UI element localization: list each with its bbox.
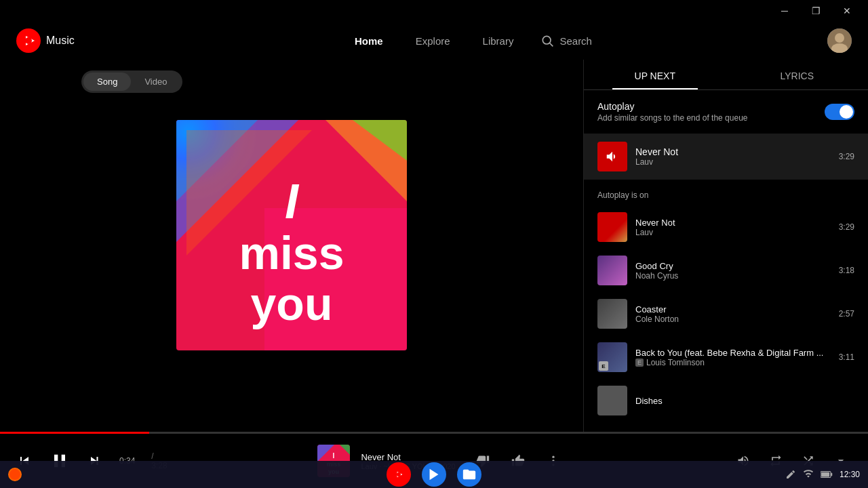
queue-title-2: Good Cry [635,261,831,271]
svg-marker-23 [430,469,439,481]
close-button[interactable]: ✕ [831,0,863,22]
player-panel: Song Video [0,60,583,434]
song-toggle-btn[interactable]: Song [83,73,131,91]
clock: 12:30 [840,470,860,479]
svg-text:I: I [285,174,300,228]
queue-title-5: Dishes [635,396,846,406]
queue-thumb-4-wrap: E [597,342,627,372]
files-taskbar[interactable] [457,462,481,487]
svg-point-2 [25,37,32,44]
nav-home[interactable]: Home [349,33,389,49]
svg-point-22 [397,472,401,476]
logo-area[interactable]: Music [16,28,125,53]
queue-title-3: Coaster [635,304,831,314]
now-playing-artist: Lauv [635,157,831,167]
tabs-header: UP NEXT LYRICS [584,60,868,90]
minimize-button[interactable]: ─ [769,0,800,22]
autoplay-toggle[interactable] [825,104,854,120]
queue-artist-2: Noah Cyrus [635,271,831,281]
queue-info-4: Back to You (feat. Bebe Rexha & Digital … [635,348,831,367]
logo-text: Music [46,35,75,47]
taskbar: 12:30 [0,461,868,488]
battery-icon [821,470,833,479]
header: Music Home Explore Library Search [0,22,868,60]
song-video-toggle: Song Video [81,70,182,93]
avatar[interactable] [827,28,852,53]
tray-dot[interactable] [8,468,22,481]
svg-text:I: I [333,452,335,460]
queue-item[interactable]: Never Not Lauv 3:29 [584,205,868,249]
video-toggle-btn[interactable]: Video [131,73,180,91]
svg-point-3 [543,36,551,44]
queue-info-1: Never Not Lauv [635,218,831,237]
queue-dur-1: 3:29 [839,222,854,232]
queue-dur-3: 2:57 [839,309,854,319]
autoplay-desc: Add similar songs to the end of the queu… [597,113,747,123]
queue-thumb-3 [597,299,627,329]
tray-right: 12:30 [785,469,860,480]
svg-text:you: you [251,278,333,329]
yt-music-taskbar[interactable] [387,462,411,487]
tab-upnext[interactable]: UP NEXT [584,60,726,89]
queue-dur-4: 3:11 [839,352,854,362]
queue-artist-1: Lauv [635,228,831,237]
wifi-icon [803,469,814,480]
queue-artist-4: E Louis Tomlinson [635,358,831,367]
queue-item[interactable]: Coaster Cole Norton 2:57 [584,292,868,336]
pen-icon [785,469,796,480]
queue-list: Never Not Lauv 3:29 Good Cry Noah Cyrus … [584,205,868,434]
nav-center: Home Explore Library Search [125,33,816,49]
queue-info-2: Good Cry Noah Cyrus [635,261,831,281]
autoplay-on-label: Autoplay is on [584,185,868,205]
queue-title-4: Back to You (feat. Bebe Rexha & Digital … [635,348,831,358]
queue-title-1: Never Not [635,218,831,228]
queue-thumb-2 [597,256,627,285]
play-games-taskbar[interactable] [422,462,446,487]
autoplay-info: Autoplay Add similar songs to the end of… [597,101,747,123]
queue-thumb-5 [597,386,627,415]
now-playing-song: Never Not [635,146,831,157]
now-playing-thumb [597,142,627,171]
queue-info-3: Coaster Cole Norton [635,304,831,324]
nav-library[interactable]: Library [477,33,519,49]
album-art: I miss you [176,120,407,350]
tray-left [8,468,22,481]
autoplay-title: Autoplay [597,101,747,112]
search-area[interactable]: Search [540,34,592,47]
titlebar: ─ ❐ ✕ [0,0,868,22]
svg-point-6 [835,33,844,43]
now-playing-duration: 3:29 [839,152,854,161]
search-label: Search [559,35,592,47]
queue-item[interactable]: E Back to You (feat. Bebe Rexha & Digita… [584,336,868,379]
queue-item[interactable]: Dishes [584,379,868,422]
svg-rect-25 [831,473,832,476]
toggle-knob [840,105,853,119]
queue-dur-2: 3:18 [839,266,854,275]
svg-line-4 [550,43,553,47]
queue-info-5: Dishes [635,396,846,406]
now-playing-row[interactable]: Never Not Lauv 3:29 [584,134,868,180]
yt-music-logo [16,28,41,53]
nav-explore[interactable]: Explore [410,33,456,49]
restore-button[interactable]: ❐ [800,0,831,22]
svg-rect-26 [821,472,829,477]
queue-artist-3: Cole Norton [635,314,831,324]
now-playing-info: Never Not Lauv [635,146,831,167]
svg-text:miss: miss [239,227,344,279]
search-icon [540,34,554,47]
right-panel: UP NEXT LYRICS Autoplay Add similar song… [583,60,868,434]
queue-item[interactable]: Good Cry Noah Cyrus 3:18 [584,249,868,292]
tab-lyrics[interactable]: LYRICS [726,60,869,89]
autoplay-row: Autoplay Add similar songs to the end of… [584,90,868,134]
explicit-badge: E [599,361,608,371]
svg-point-17 [552,456,554,458]
queue-thumb-1 [597,212,627,242]
main-content: Song Video [0,60,868,434]
